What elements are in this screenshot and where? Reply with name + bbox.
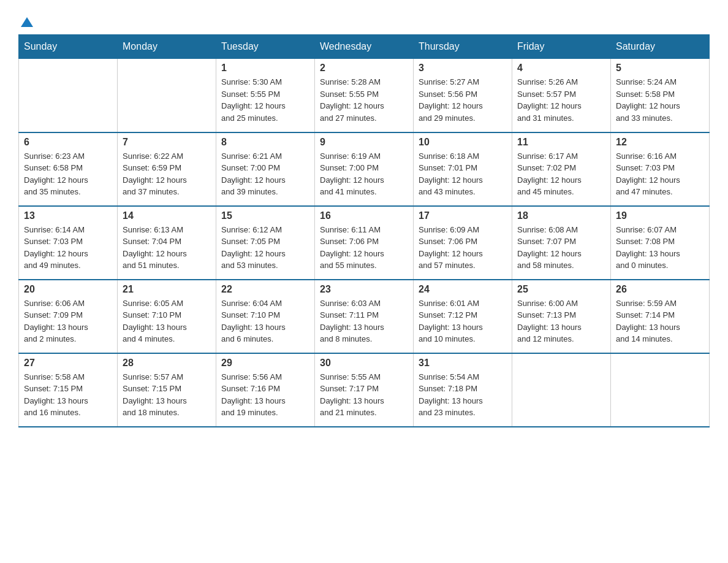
calendar-cell: 4Sunrise: 5:26 AMSunset: 5:57 PMDaylight…: [512, 59, 611, 132]
day-info: Sunrise: 6:12 AMSunset: 7:05 PMDaylight:…: [221, 224, 309, 272]
day-number: 8: [221, 137, 309, 148]
header-day-monday: Monday: [118, 35, 216, 59]
day-info: Sunrise: 6:03 AMSunset: 7:11 PMDaylight:…: [320, 297, 408, 345]
week-row-1: 1Sunrise: 5:30 AMSunset: 5:55 PMDaylight…: [19, 59, 710, 132]
day-info: Sunrise: 5:27 AMSunset: 5:56 PMDaylight:…: [419, 76, 507, 124]
day-number: 23: [320, 284, 408, 295]
day-info: Sunrise: 5:26 AMSunset: 5:57 PMDaylight:…: [517, 76, 605, 124]
header-day-friday: Friday: [512, 35, 611, 59]
week-row-3: 13Sunrise: 6:14 AMSunset: 7:03 PMDayligh…: [19, 206, 710, 280]
day-number: 20: [24, 284, 112, 295]
calendar-cell: 28Sunrise: 5:57 AMSunset: 7:15 PMDayligh…: [118, 353, 216, 427]
calendar-cell: 15Sunrise: 6:12 AMSunset: 7:05 PMDayligh…: [216, 206, 315, 280]
day-number: 6: [24, 137, 112, 148]
calendar-cell: 3Sunrise: 5:27 AMSunset: 5:56 PMDaylight…: [414, 59, 512, 132]
header-day-sunday: Sunday: [19, 35, 118, 59]
day-info: Sunrise: 5:54 AMSunset: 7:18 PMDaylight:…: [419, 371, 507, 419]
day-number: 22: [221, 284, 309, 295]
day-number: 15: [221, 210, 309, 221]
day-number: 17: [419, 210, 507, 221]
day-number: 11: [517, 137, 605, 148]
calendar-cell: 26Sunrise: 5:59 AMSunset: 7:14 PMDayligh…: [611, 280, 710, 353]
calendar-cell: 16Sunrise: 6:11 AMSunset: 7:06 PMDayligh…: [315, 206, 414, 280]
calendar-cell: 10Sunrise: 6:18 AMSunset: 7:01 PMDayligh…: [414, 132, 512, 206]
calendar-cell: 7Sunrise: 6:22 AMSunset: 6:59 PMDaylight…: [118, 132, 216, 206]
calendar-cell: 13Sunrise: 6:14 AMSunset: 7:03 PMDayligh…: [19, 206, 118, 280]
day-info: Sunrise: 6:22 AMSunset: 6:59 PMDaylight:…: [123, 150, 211, 198]
calendar-cell: 29Sunrise: 5:56 AMSunset: 7:16 PMDayligh…: [216, 353, 315, 427]
day-number: 16: [320, 210, 408, 221]
week-row-2: 6Sunrise: 6:23 AMSunset: 6:58 PMDaylight…: [19, 132, 710, 206]
day-number: 25: [517, 284, 605, 295]
header-row: SundayMondayTuesdayWednesdayThursdayFrid…: [19, 35, 710, 59]
day-number: 30: [320, 358, 408, 369]
day-info: Sunrise: 5:24 AMSunset: 5:58 PMDaylight:…: [616, 76, 704, 124]
day-number: 9: [320, 137, 408, 148]
day-info: Sunrise: 5:55 AMSunset: 7:17 PMDaylight:…: [320, 371, 408, 419]
calendar-cell: 19Sunrise: 6:07 AMSunset: 7:08 PMDayligh…: [611, 206, 710, 280]
week-row-5: 27Sunrise: 5:58 AMSunset: 7:15 PMDayligh…: [19, 353, 710, 427]
day-info: Sunrise: 6:01 AMSunset: 7:12 PMDaylight:…: [419, 297, 507, 345]
day-info: Sunrise: 6:14 AMSunset: 7:03 PMDaylight:…: [24, 224, 112, 272]
day-info: Sunrise: 6:17 AMSunset: 7:02 PMDaylight:…: [517, 150, 605, 198]
day-info: Sunrise: 6:00 AMSunset: 7:13 PMDaylight:…: [517, 297, 605, 345]
day-info: Sunrise: 6:21 AMSunset: 7:00 PMDaylight:…: [221, 150, 309, 198]
day-info: Sunrise: 5:59 AMSunset: 7:14 PMDaylight:…: [616, 297, 704, 345]
day-number: 14: [123, 210, 211, 221]
day-number: 18: [517, 210, 605, 221]
day-info: Sunrise: 5:56 AMSunset: 7:16 PMDaylight:…: [221, 371, 309, 419]
calendar-cell: [118, 59, 216, 132]
day-number: 5: [616, 63, 704, 74]
day-number: 21: [123, 284, 211, 295]
day-number: 29: [221, 358, 309, 369]
calendar-cell: 9Sunrise: 6:19 AMSunset: 7:00 PMDaylight…: [315, 132, 414, 206]
calendar-table: SundayMondayTuesdayWednesdayThursdayFrid…: [18, 34, 710, 427]
day-info: Sunrise: 6:18 AMSunset: 7:01 PMDaylight:…: [419, 150, 507, 198]
calendar-cell: 12Sunrise: 6:16 AMSunset: 7:03 PMDayligh…: [611, 132, 710, 206]
day-number: 1: [221, 63, 309, 74]
logo: [18, 12, 33, 28]
day-number: 7: [123, 137, 211, 148]
day-info: Sunrise: 6:07 AMSunset: 7:08 PMDaylight:…: [616, 224, 704, 272]
calendar-cell: 31Sunrise: 5:54 AMSunset: 7:18 PMDayligh…: [414, 353, 512, 427]
day-number: 26: [616, 284, 704, 295]
header-day-wednesday: Wednesday: [315, 35, 414, 59]
week-row-4: 20Sunrise: 6:06 AMSunset: 7:09 PMDayligh…: [19, 280, 710, 353]
day-number: 3: [419, 63, 507, 74]
day-info: Sunrise: 5:28 AMSunset: 5:55 PMDaylight:…: [320, 76, 408, 124]
calendar-cell: 23Sunrise: 6:03 AMSunset: 7:11 PMDayligh…: [315, 280, 414, 353]
calendar-cell: 8Sunrise: 6:21 AMSunset: 7:00 PMDaylight…: [216, 132, 315, 206]
page-header: [18, 12, 710, 28]
calendar-body: 1Sunrise: 5:30 AMSunset: 5:55 PMDaylight…: [19, 59, 710, 427]
day-info: Sunrise: 6:05 AMSunset: 7:10 PMDaylight:…: [123, 297, 211, 345]
day-number: 4: [517, 63, 605, 74]
day-info: Sunrise: 6:16 AMSunset: 7:03 PMDaylight:…: [616, 150, 704, 198]
calendar-cell: 11Sunrise: 6:17 AMSunset: 7:02 PMDayligh…: [512, 132, 611, 206]
calendar-cell: [512, 353, 611, 427]
day-number: 2: [320, 63, 408, 74]
calendar-cell: 25Sunrise: 6:00 AMSunset: 7:13 PMDayligh…: [512, 280, 611, 353]
header-day-tuesday: Tuesday: [216, 35, 315, 59]
calendar-header: SundayMondayTuesdayWednesdayThursdayFrid…: [19, 35, 710, 59]
calendar-cell: 2Sunrise: 5:28 AMSunset: 5:55 PMDaylight…: [315, 59, 414, 132]
calendar-cell: 30Sunrise: 5:55 AMSunset: 7:17 PMDayligh…: [315, 353, 414, 427]
calendar-cell: 6Sunrise: 6:23 AMSunset: 6:58 PMDaylight…: [19, 132, 118, 206]
day-number: 19: [616, 210, 704, 221]
calendar-cell: 1Sunrise: 5:30 AMSunset: 5:55 PMDaylight…: [216, 59, 315, 132]
day-info: Sunrise: 6:04 AMSunset: 7:10 PMDaylight:…: [221, 297, 309, 345]
calendar-cell: 17Sunrise: 6:09 AMSunset: 7:06 PMDayligh…: [414, 206, 512, 280]
day-info: Sunrise: 6:11 AMSunset: 7:06 PMDaylight:…: [320, 224, 408, 272]
day-info: Sunrise: 6:19 AMSunset: 7:00 PMDaylight:…: [320, 150, 408, 198]
day-info: Sunrise: 6:09 AMSunset: 7:06 PMDaylight:…: [419, 224, 507, 272]
calendar-cell: 14Sunrise: 6:13 AMSunset: 7:04 PMDayligh…: [118, 206, 216, 280]
header-day-saturday: Saturday: [611, 35, 710, 59]
calendar-cell: 24Sunrise: 6:01 AMSunset: 7:12 PMDayligh…: [414, 280, 512, 353]
day-number: 27: [24, 358, 112, 369]
calendar-cell: [19, 59, 118, 132]
day-number: 13: [24, 210, 112, 221]
day-info: Sunrise: 5:58 AMSunset: 7:15 PMDaylight:…: [24, 371, 112, 419]
day-number: 12: [616, 137, 704, 148]
day-number: 10: [419, 137, 507, 148]
calendar-cell: 27Sunrise: 5:58 AMSunset: 7:15 PMDayligh…: [19, 353, 118, 427]
day-info: Sunrise: 6:06 AMSunset: 7:09 PMDaylight:…: [24, 297, 112, 345]
